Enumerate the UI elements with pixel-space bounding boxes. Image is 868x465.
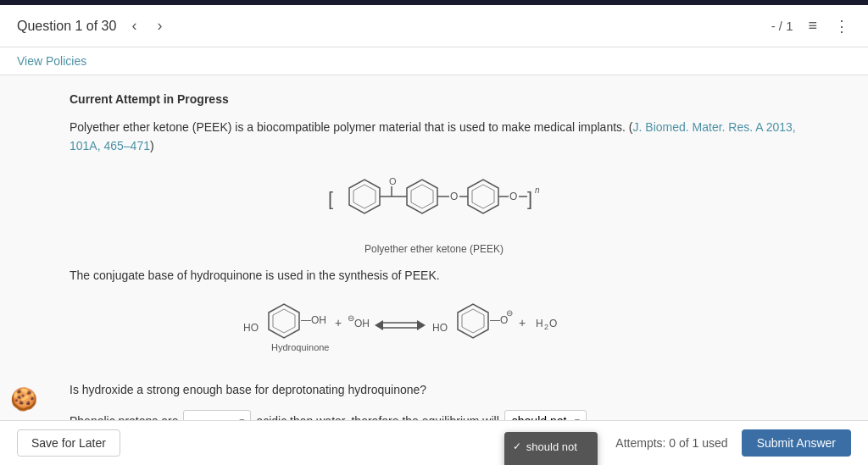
svg-text:+: + xyxy=(519,316,526,329)
should-dropdown-menu: ✓ should not should xyxy=(504,432,598,465)
score-text: - / 1 xyxy=(771,19,793,33)
peek-caption: Polyether ether ketone (PEEK) xyxy=(324,243,544,255)
save-for-later-button[interactable]: Save for Later xyxy=(17,429,120,457)
header: Question 1 of 30 ‹ › - / 1 ≡ ⋮ xyxy=(0,5,868,47)
svg-text:[: [ xyxy=(328,188,333,209)
svg-text:HO: HO xyxy=(243,322,259,334)
current-attempt-label: Current Attempt in Progress xyxy=(70,92,798,106)
conjugate-text: The conjugate base of hydroquinone is us… xyxy=(70,268,798,282)
svg-marker-32 xyxy=(462,309,484,333)
svg-text:—OH: —OH xyxy=(301,314,326,326)
list-icon-button[interactable]: ≡ xyxy=(806,15,819,36)
should-not-label: should not xyxy=(526,440,577,453)
reaction-diagram: HO —OH + ⊖ OH HO —O ⊖ + xyxy=(70,296,798,366)
view-policies-link[interactable]: View Policies xyxy=(17,54,86,68)
header-left: Question 1 of 30 ‹ › xyxy=(17,15,167,36)
next-nav-button[interactable]: › xyxy=(152,15,167,36)
svg-marker-8 xyxy=(411,185,433,208)
prev-nav-button[interactable]: ‹ xyxy=(126,15,142,36)
footer-right: Attempts: 0 of 1 used Submit Answer xyxy=(615,429,851,457)
header-right: - / 1 ≡ ⋮ xyxy=(771,15,851,37)
ref-link[interactable]: J. Biomed. Mater. Res. A 2013, 101A, 465… xyxy=(70,120,796,152)
cookie-icon-button[interactable]: 🍪 xyxy=(8,384,39,414)
main-content: Current Attempt in Progress Polyether et… xyxy=(53,75,815,465)
svg-marker-21 xyxy=(273,309,295,333)
should-option[interactable]: should xyxy=(504,458,598,465)
svg-text:+: + xyxy=(335,316,342,329)
should-not-option[interactable]: ✓ should not xyxy=(504,435,598,458)
svg-text:n: n xyxy=(535,185,540,195)
sub-header: View Policies xyxy=(0,47,868,75)
svg-text:O: O xyxy=(450,191,458,202)
svg-marker-2 xyxy=(353,185,376,208)
question-text: Is hydroxide a strong enough base for de… xyxy=(70,383,798,396)
svg-text:O: O xyxy=(509,191,517,202)
submit-answer-button[interactable]: Submit Answer xyxy=(742,429,851,457)
svg-text:OH: OH xyxy=(354,318,370,329)
peek-structure-diagram: [ O O xyxy=(70,169,798,255)
more-icon-button[interactable]: ⋮ xyxy=(832,15,851,37)
question-label: Question 1 of 30 xyxy=(17,19,116,34)
intro-text: Polyether ether ketone (PEEK) is a bioco… xyxy=(70,118,798,156)
svg-text:H: H xyxy=(536,318,543,329)
svg-marker-29 xyxy=(375,320,383,330)
svg-text:2: 2 xyxy=(544,323,548,331)
peek-svg: [ O O xyxy=(324,169,544,237)
reaction-svg: HO —OH + ⊖ OH HO —O ⊖ + xyxy=(239,296,629,363)
footer-bar: Save for Later Attempts: 0 of 1 used Sub… xyxy=(0,420,868,465)
svg-text:Hydroquinone: Hydroquinone xyxy=(271,342,330,352)
svg-marker-28 xyxy=(417,320,426,330)
svg-text:⊖: ⊖ xyxy=(348,313,354,323)
svg-text:O: O xyxy=(549,318,557,329)
attempts-text: Attempts: 0 of 1 used xyxy=(615,436,727,450)
svg-text:]: ] xyxy=(527,188,532,209)
svg-marker-13 xyxy=(472,185,494,208)
svg-text:⊖: ⊖ xyxy=(506,308,513,318)
svg-text:O: O xyxy=(389,176,397,186)
check-icon: ✓ xyxy=(513,440,521,452)
svg-text:HO: HO xyxy=(432,322,448,334)
